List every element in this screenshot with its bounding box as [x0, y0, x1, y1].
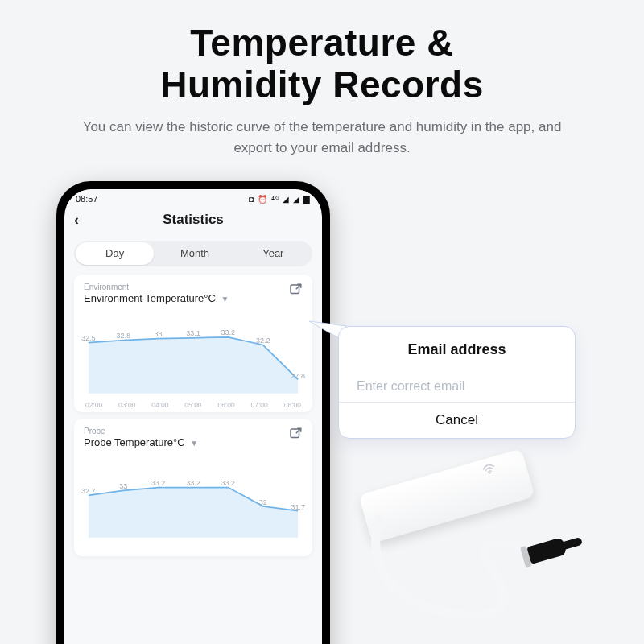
chart-point-label: 33: [119, 482, 127, 490]
sensor-device: [346, 447, 588, 632]
chart1-title[interactable]: Environment Temperature°C ▼: [84, 292, 229, 304]
status-bar: 08:57 ◘ ⏰ ⁴ᴳ ◢ ◢ ▇: [64, 189, 322, 205]
chart-x-tick: 02:00: [85, 401, 102, 409]
page-subtext: You can view the historic curve of the t…: [0, 105, 644, 158]
chart-x-tick: 03:00: [118, 401, 135, 409]
heading-line1: Temperature &: [190, 22, 454, 64]
phone-screen: 08:57 ◘ ⏰ ⁴ᴳ ◢ ◢ ▇ ‹ Statistics Day Mont…: [64, 189, 322, 644]
svg-rect-1: [291, 429, 299, 438]
chart-x-tick: 08:00: [284, 401, 301, 409]
screen-title: Statistics: [163, 212, 224, 228]
status-time: 08:57: [76, 194, 98, 204]
chevron-down-icon: ▼: [221, 295, 229, 303]
chart-x-labels: 02:0003:0004:0005:0006:0007:0008:00: [85, 401, 301, 409]
chart-point-label: 33.2: [151, 479, 166, 487]
range-segment: Day Month Year: [74, 241, 312, 266]
phone-mockup: 08:57 ◘ ⏰ ⁴ᴳ ◢ ◢ ▇ ‹ Statistics Day Mont…: [56, 181, 330, 644]
chart-point-label: 32.7: [81, 487, 96, 495]
chart-point-label: 27.8: [291, 372, 305, 380]
back-icon[interactable]: ‹: [74, 212, 79, 229]
export-icon[interactable]: [288, 427, 303, 441]
chart1-section-label: Environment: [84, 283, 229, 291]
status-icons: ◘ ⏰ ⁴ᴳ ◢ ◢ ▇: [249, 195, 311, 204]
chart-x-tick: 07:00: [251, 401, 268, 409]
chart-x-tick: 04:00: [151, 401, 168, 409]
screen-title-bar: ‹ Statistics: [64, 205, 322, 234]
chart-card-probe: Probe Probe Temperature°C ▼ 32.73333.233…: [74, 419, 312, 556]
chart-point-label: 33: [155, 330, 163, 338]
export-icon[interactable]: [288, 283, 303, 297]
page-title: Temperature & Humidity Records: [0, 0, 644, 105]
svg-rect-0: [291, 285, 299, 294]
chart-x-tick: 06:00: [217, 401, 234, 409]
chart-point-label: 31.7: [291, 503, 305, 511]
chart-card-environment: Environment Environment Temperature°C ▼ …: [74, 275, 312, 412]
chart-environment: 32.532.83333.133.232.227.802:0003:0004:0…: [84, 311, 303, 407]
chart-point-label: 32.5: [81, 334, 96, 342]
chart2-section-label: Probe: [84, 427, 198, 436]
chart-point-label: 32.8: [116, 332, 130, 340]
popup-title: Email address: [339, 341, 575, 358]
chevron-down-icon: ▼: [190, 439, 198, 448]
chart2-title[interactable]: Probe Temperature°C ▼: [84, 436, 198, 448]
email-popup: Email address Enter correct email Cancel: [338, 326, 576, 439]
segment-year[interactable]: Year: [234, 242, 312, 265]
chart2-title-text: Probe Temperature°C: [84, 436, 185, 448]
segment-day[interactable]: Day: [76, 242, 154, 265]
email-field[interactable]: Enter correct email: [339, 371, 575, 402]
chart1-title-text: Environment Temperature°C: [84, 292, 216, 304]
chart-point-label: 33.2: [221, 479, 236, 487]
chart-point-label: 32: [259, 498, 267, 506]
cancel-button[interactable]: Cancel: [339, 402, 575, 428]
chart-probe: 32.73333.233.233.23231.7: [84, 455, 303, 551]
chart-x-tick: 05:00: [184, 401, 201, 409]
chart-point-label: 33.2: [221, 328, 236, 336]
heading-line2: Humidity Records: [160, 64, 484, 105]
chart-point-label: 33.2: [186, 479, 200, 487]
chart-point-label: 32.2: [256, 336, 270, 345]
segment-month[interactable]: Month: [155, 242, 233, 265]
chart-point-label: 33.1: [186, 329, 200, 337]
